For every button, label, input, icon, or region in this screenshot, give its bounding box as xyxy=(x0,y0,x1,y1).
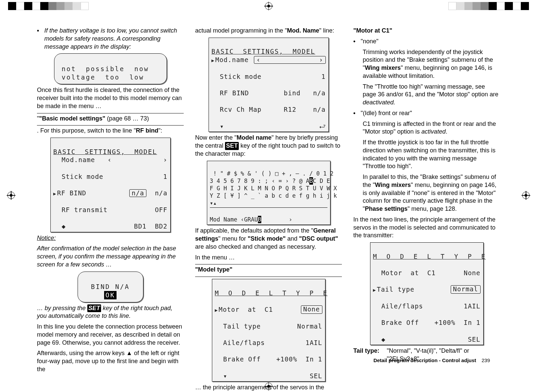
inline-delete-text: In this line you delete the connection p… xyxy=(37,323,184,347)
rule xyxy=(37,125,184,126)
side-target-right xyxy=(522,192,530,200)
lcd-character-map: ! " # $ % & ' ( ) □ + , – . / 0 1 2 3 4 … xyxy=(207,161,330,225)
lcd-bind-na: BIND N/A OK xyxy=(78,272,143,302)
column-3: "Motor at C1" • "none" Trimming works in… xyxy=(353,27,500,365)
lcd-bind-title: BIND N/A xyxy=(91,283,130,290)
rule xyxy=(195,277,342,277)
charmap-modname: Mod Name ‹GRAUB › xyxy=(210,216,293,223)
lcd-title: BASIC SETTINGS, MODEL xyxy=(53,148,157,155)
column-1: • If the battery voltage is too low, you… xyxy=(37,27,184,365)
rule xyxy=(37,113,184,113)
lcd-np-l1: not possible now xyxy=(62,65,149,72)
model-type-heading: "Model type" xyxy=(195,266,232,273)
page-footer: Detail program description - Control adj… xyxy=(373,357,490,363)
afterwards-text: Afterwards, using the arrow keys ▲ of th… xyxy=(37,349,184,373)
general-settings-text: If applicable, the defaults adopted from… xyxy=(195,227,342,251)
in-menu-text: In the menu … xyxy=(195,254,342,262)
idle-p3: In parallel to this, the "Brake settings… xyxy=(363,173,500,213)
lcd-np-l2: voltage too low xyxy=(62,74,144,81)
none-bullet: • "none" xyxy=(353,38,500,46)
page-content: • If the battery voltage is too low, you… xyxy=(37,27,500,365)
notice-label: Notice: xyxy=(37,235,56,241)
none-label: "none" xyxy=(361,38,378,46)
bms-heading: ""Basic model settings" (page 68 … 73) xyxy=(37,115,184,123)
actual-programming-line: actual model programming in the "Mod. Na… xyxy=(195,27,342,35)
lcd-title: M O D E L T Y P E xyxy=(215,289,322,297)
target-icon xyxy=(265,2,272,10)
charmap-l1: ! " # $ % & ' ( ) □ + , – . / 0 1 2 xyxy=(210,170,333,177)
lcd-basic-settings-2: BASIC SETTINGS, MODEL Mod.name‹ › Stick … xyxy=(209,38,329,132)
registration-marks-top xyxy=(0,2,537,10)
charmap-l3: F G H I J K L M N O P Q R S T U V W X xyxy=(210,185,337,192)
charmap-arrows: ▾▴ xyxy=(210,200,217,206)
idle-p1: C1 trimming is affected in the front or … xyxy=(363,120,500,136)
lcd-title: BASIC SETTINGS, MODEL xyxy=(212,48,315,55)
motor-c1-heading: "Motor at C1" xyxy=(353,27,392,34)
charmap-l4: Y Z [ ¥ ] ^ _ ` a b c d e f g h i j k xyxy=(210,192,337,199)
return-icon: ⮐ xyxy=(319,122,326,131)
after-hurdle-text: Once this first hurdle is cleared, the c… xyxy=(37,86,184,110)
charmap-l2: 3 4 5 6 7 8 9 : ; ‹ = › ? @ ABC D E xyxy=(210,178,330,184)
low-voltage-note: • If the battery voltage is too low, you… xyxy=(37,27,184,51)
low-voltage-text: If the battery voltage is too low, you c… xyxy=(44,27,177,50)
by-pressing-text: … by pressing the SET key of the right t… xyxy=(37,305,172,320)
set-key-icon: SET xyxy=(225,142,239,150)
lcd-model-type-2: M O D E L T Y P E Motor at C1None Tail t… xyxy=(370,242,484,345)
idle-p2: If the throttle joystick is too far in t… xyxy=(363,139,500,170)
lcd-title: M O D E L T Y P E xyxy=(373,252,481,261)
none-p2: The "Throttle too high" warning message,… xyxy=(363,83,500,107)
idle-bullet: • "(Idle) front or rear" xyxy=(353,109,500,117)
idle-label: "(Idle) front or rear" xyxy=(361,109,412,117)
side-target-left xyxy=(7,192,15,200)
none-p1: Trimming works independently of the joys… xyxy=(363,48,500,80)
notice-text: After confirmation of the model selectio… xyxy=(37,245,176,268)
next-two-lines-text: In the next two lines, the principle arr… xyxy=(353,216,500,240)
column-2: actual model programming in the "Mod. Na… xyxy=(195,27,342,365)
rule xyxy=(195,264,342,264)
tailtype-label: Tail type xyxy=(353,347,377,354)
enter-model-name-text: Now enter the "Model name" here by brief… xyxy=(195,134,342,158)
lcd-model-type-1: M O D E L T Y P E Motor at C1None Tail t… xyxy=(212,279,325,382)
lcd-not-possible: not possible now voltage too low xyxy=(54,53,167,84)
lcd-bind-ok: OK xyxy=(104,291,117,299)
switch-line: . For this purpose, switch to the line "… xyxy=(37,127,184,135)
footer-section: Detail program description - Control adj… xyxy=(373,357,476,363)
footer-page-number: 239 xyxy=(482,357,490,363)
set-key-icon: SET xyxy=(87,304,101,312)
principle-arrangement-text: … the principle arrangement of the servo… xyxy=(195,384,342,392)
lcd-basic-settings-1: BASIC SETTINGS, MODEL Mod.name ‹› Stick … xyxy=(50,138,171,232)
